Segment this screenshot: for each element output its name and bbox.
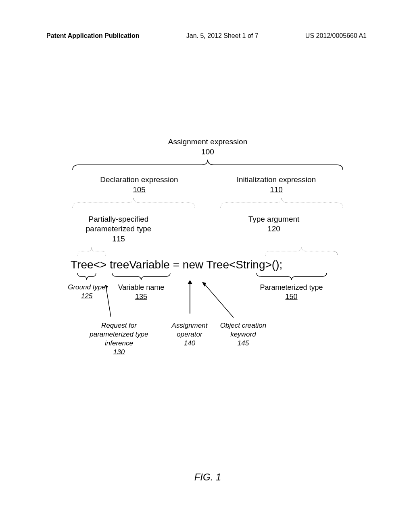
svg-line-0	[106, 285, 111, 317]
ground-type-label: Ground type 125	[67, 283, 107, 301]
brace-small-right-icon	[264, 246, 339, 256]
arrow-2-head-icon	[188, 280, 192, 284]
brace-left-icon	[71, 197, 197, 208]
header-publication: Patent Application Publication	[46, 32, 140, 39]
header-doc-number: US 2012/0005660 A1	[305, 32, 367, 39]
brace-row-2	[71, 197, 345, 208]
page-header: Patent Application Publication Jan. 5, 2…	[0, 0, 413, 39]
svg-marker-3	[202, 282, 206, 287]
object-creation-label: Object creation keyword 145	[219, 321, 267, 348]
brace-under-1-icon	[77, 272, 97, 281]
brace-row-3	[71, 246, 345, 256]
brace-full-icon	[71, 159, 345, 171]
brace-row-top	[71, 159, 345, 171]
type-argument-label: Type argument 120	[219, 214, 329, 244]
arrow-3-icon	[202, 282, 234, 318]
second-row: Declaration expression 105 Initializatio…	[71, 175, 345, 195]
parameterized-type-label: Parameterized type 150	[244, 283, 339, 302]
brace-small-left-icon	[77, 246, 107, 256]
svg-line-2	[203, 282, 234, 318]
variable-name-label: Variable name 135	[113, 283, 169, 302]
initialization-expression-label: Initialization expression 110	[208, 175, 345, 195]
arrow-1-icon	[105, 285, 111, 317]
declaration-expression-label: Declaration expression 105	[71, 175, 208, 195]
request-inference-label: Request for parameterized type inference…	[85, 321, 153, 357]
figure-diagram: Assignment expression 100 Declaration ex…	[71, 137, 345, 370]
assignment-expression-label: Assignment expression 100	[71, 137, 345, 157]
partially-specified-label: Partially-specified parameterized type 1…	[71, 214, 167, 244]
svg-marker-1	[105, 285, 108, 289]
brace-under-2-icon	[111, 272, 171, 281]
arrow-2-line	[190, 282, 190, 314]
fourth-row: Ground type 125 Variable name 135 Parame…	[71, 283, 345, 319]
brace-right-icon	[219, 197, 345, 208]
assignment-operator-label: Assignment operator 140	[161, 321, 218, 348]
figure-caption: FIG. 1	[71, 472, 345, 483]
brace-row-4	[71, 272, 345, 281]
third-row: Partially-specified parameterized type 1…	[71, 214, 345, 244]
fifth-row: Request for parameterized type inference…	[71, 321, 345, 370]
brace-under-5-icon	[255, 272, 328, 281]
code-expression: Tree<> treeVariable = new Tree<String>()…	[71, 258, 345, 271]
header-date-sheet: Jan. 5, 2012 Sheet 1 of 7	[186, 32, 259, 39]
